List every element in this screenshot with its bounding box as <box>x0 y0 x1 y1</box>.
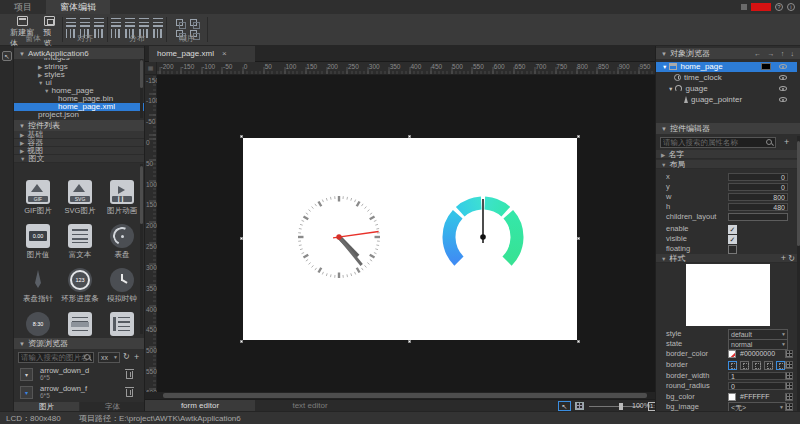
visibility-eye-icon[interactable] <box>779 64 787 69</box>
resource-tab-fonts[interactable]: 字体 <box>80 402 145 411</box>
bg-image-select[interactable]: <无>▼ <box>728 402 786 411</box>
y-input[interactable]: 0 <box>728 183 788 191</box>
object-node-guage-pointer[interactable]: guage_pointer <box>656 95 797 105</box>
visibility-eye-icon[interactable] <box>779 75 787 80</box>
document-tab[interactable]: home_page.xml× <box>149 46 255 62</box>
resource-tab-images[interactable]: 图片 <box>14 402 79 411</box>
visibility-eye-icon[interactable] <box>779 86 787 91</box>
object-node-home-page[interactable]: ▼home_page <box>656 62 797 72</box>
resource-item-row[interactable]: ▾ arrow_down_d 6*5 <box>14 366 145 384</box>
section-name[interactable]: ▶名字 <box>656 150 800 159</box>
h-scrollbar[interactable] <box>145 392 655 399</box>
align-bottom-icon[interactable] <box>94 18 104 27</box>
category-image-text[interactable]: ▼图文 <box>14 155 145 163</box>
bring-forward-icon[interactable] <box>176 19 183 26</box>
state-grid-icon[interactable] <box>785 382 793 390</box>
border-color-swatch[interactable] <box>728 350 736 358</box>
widget-list-view[interactable] <box>101 312 143 336</box>
visibility-eye-icon[interactable] <box>779 97 787 102</box>
resource-item-row[interactable]: ▾ arrow_down_f 6*5 <box>14 384 145 402</box>
widget-gauge-pointer[interactable]: 表盘指针 <box>17 268 59 304</box>
widget-digital-clock[interactable]: 8:30 <box>17 312 59 336</box>
floating-checkbox[interactable] <box>728 245 737 254</box>
object-node-guage[interactable]: ▼guage <box>656 84 797 94</box>
resize-handle[interactable] <box>408 340 411 343</box>
distribute-vspace-icon[interactable] <box>153 18 163 27</box>
grid-toggle-icon[interactable] <box>575 402 584 410</box>
tree-item-project-json[interactable]: project.json <box>14 111 145 119</box>
tree-item-styles[interactable]: ▶styles <box>14 71 145 79</box>
resize-handle[interactable] <box>240 237 243 240</box>
record-icon[interactable] <box>741 4 747 10</box>
object-node-time-clock[interactable]: time_clock <box>656 73 797 83</box>
widget-gauge[interactable]: 表盘 <box>101 224 143 260</box>
resize-handle[interactable] <box>240 135 243 138</box>
border-all-toggle[interactable] <box>776 361 785 370</box>
round-radius-input[interactable]: 0 <box>728 382 786 390</box>
bg-color-swatch[interactable] <box>728 393 736 401</box>
move-left-icon[interactable]: ← <box>754 50 761 57</box>
resize-handle[interactable] <box>577 340 580 343</box>
x-input[interactable]: 0 <box>728 173 788 181</box>
border-bottom-toggle[interactable] <box>764 361 773 370</box>
widget-pick-icon[interactable]: ↖ <box>2 51 12 61</box>
record-badge[interactable] <box>751 3 771 11</box>
widget-progress-circle[interactable]: 123 环形进度条 <box>59 268 101 304</box>
state-grid-icon[interactable] <box>785 350 793 358</box>
tree-scrollbar[interactable] <box>140 59 143 118</box>
widget-grid-scrollbar[interactable] <box>140 164 143 334</box>
resource-browser-header[interactable]: ▼资源浏览器 <box>14 338 144 349</box>
section-layout[interactable]: ▼布局 <box>656 160 800 169</box>
help-icon[interactable]: ? <box>775 3 783 11</box>
close-icon[interactable]: × <box>222 49 227 58</box>
object-browser-header[interactable]: ▼对象浏览器 ← → ↑ ↓ <box>656 48 800 59</box>
resize-handle[interactable] <box>577 135 580 138</box>
menu-tab-project[interactable]: 项目 <box>0 0 46 14</box>
delete-icon[interactable] <box>126 371 133 379</box>
widget-editor-header[interactable]: ▼控件编辑器 <box>656 123 800 134</box>
color-swatch[interactable] <box>761 63 771 70</box>
w-input[interactable]: 800 <box>728 193 788 201</box>
tree-item-strings[interactable]: ▶strings <box>14 63 145 71</box>
time-clock-widget[interactable] <box>295 193 383 281</box>
distribute-top-icon[interactable] <box>111 18 121 27</box>
add-style-icon[interactable]: + <box>781 253 786 263</box>
border-top-toggle[interactable] <box>740 361 749 370</box>
widget-gif-image[interactable]: GIF GIF图片 <box>17 180 59 216</box>
align-top-icon[interactable] <box>66 18 76 27</box>
state-grid-icon[interactable] <box>785 372 793 380</box>
resource-filter-select[interactable]: xx▼ <box>98 352 120 363</box>
border-left-toggle[interactable] <box>728 361 737 370</box>
align-middle-icon[interactable] <box>80 18 90 27</box>
widget-image-animation[interactable]: ▎▎ 图片动画 <box>101 180 143 216</box>
visible-checkbox[interactable]: ✓ <box>728 235 737 244</box>
enable-checkbox[interactable]: ✓ <box>728 225 737 234</box>
menu-tab-form-edit[interactable]: 窗体编辑 <box>46 0 110 14</box>
children-layout-input[interactable] <box>728 213 788 221</box>
distribute-vcenter-icon[interactable] <box>125 18 135 27</box>
state-grid-icon[interactable] <box>785 361 793 369</box>
design-viewport[interactable] <box>157 75 655 392</box>
add-property-icon[interactable]: + <box>784 137 789 147</box>
widget-rich-text[interactable]: 富文本 <box>59 224 101 260</box>
add-resource-icon[interactable]: + <box>134 352 139 362</box>
move-up-icon[interactable]: ↑ <box>781 50 785 57</box>
widget-analog-clock[interactable]: 模拟时钟 <box>101 268 143 304</box>
widget-svg-image[interactable]: SVG SVG图片 <box>59 180 101 216</box>
refresh-icon[interactable]: ↻ <box>123 352 130 361</box>
border-width-input[interactable]: 1 <box>728 372 786 380</box>
widget-image-value[interactable]: 0.00 图片值 <box>17 224 59 260</box>
gauge-widget[interactable] <box>441 195 525 279</box>
zoom-slider-thumb[interactable] <box>619 403 623 410</box>
resize-handle[interactable] <box>408 135 411 138</box>
h-input[interactable]: 480 <box>728 203 788 211</box>
state-grid-icon[interactable] <box>785 393 793 401</box>
move-right-icon[interactable]: → <box>768 50 775 57</box>
resize-handle[interactable] <box>577 237 580 240</box>
cursor-tool-icon[interactable]: ↖ <box>558 401 571 411</box>
resize-handle[interactable] <box>240 340 243 343</box>
state-grid-icon[interactable] <box>785 403 793 411</box>
resource-search-input[interactable] <box>18 352 94 363</box>
delete-icon[interactable] <box>126 389 133 397</box>
widget-text-selector[interactable] <box>59 312 101 336</box>
